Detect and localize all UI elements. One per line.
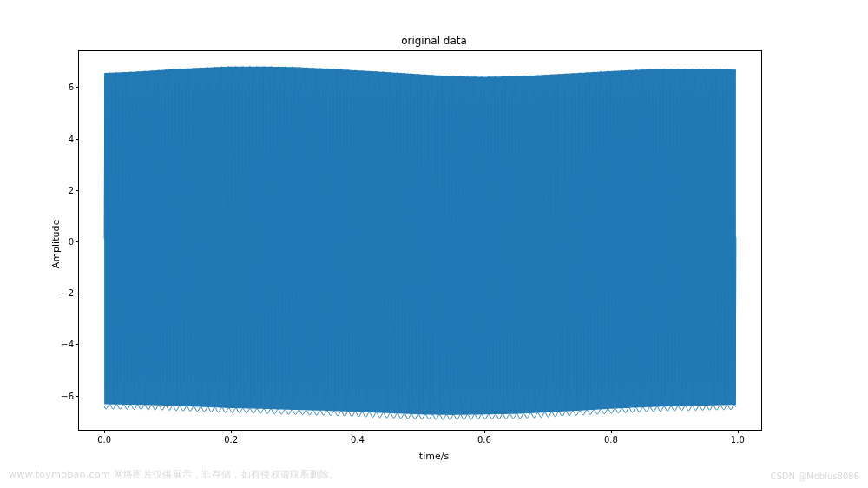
x-tick-mark xyxy=(358,430,358,433)
y-tick-label: 2 xyxy=(69,185,74,195)
x-tick-label: 0.4 xyxy=(351,435,365,445)
y-tick-label: −6 xyxy=(61,391,74,400)
x-tick-mark xyxy=(611,430,612,433)
y-tick-mark xyxy=(76,396,79,397)
plot-area: −6−4−20246 0.00.20.40.60.81.0 xyxy=(78,50,762,431)
watermark-left: www.toymoban.com 网络图片仅供展示，非存储，如有侵权请联系删除。 xyxy=(9,468,339,481)
y-tick-label: 0 xyxy=(69,237,74,247)
y-tick-mark xyxy=(76,344,79,345)
x-tick-label: 0.2 xyxy=(224,435,238,445)
y-tick-mark xyxy=(76,190,79,191)
y-tick-mark xyxy=(76,139,79,140)
y-tick-label: −2 xyxy=(61,288,74,298)
x-axis-label: time/s xyxy=(0,451,868,462)
y-tick-label: 4 xyxy=(69,134,74,143)
x-tick-mark xyxy=(738,430,739,433)
y-axis-label: Amplitude xyxy=(50,220,62,268)
x-tick-mark xyxy=(484,430,485,433)
x-tick-label: 0.0 xyxy=(97,435,111,445)
y-tick-mark xyxy=(76,293,79,293)
chart-canvas xyxy=(79,51,761,430)
x-tick-mark xyxy=(231,430,232,433)
chart-title: original data xyxy=(0,35,868,47)
x-tick-mark xyxy=(104,430,105,433)
x-tick-label: 1.0 xyxy=(731,435,745,445)
chart-figure: original data Amplitude −6−4−20246 0.00.… xyxy=(0,0,868,488)
watermark-right: CSDN @Mobius8086 xyxy=(770,472,859,481)
x-tick-label: 0.6 xyxy=(477,435,491,445)
y-tick-mark xyxy=(76,241,79,242)
x-tick-label: 0.8 xyxy=(604,435,618,445)
y-tick-label: 6 xyxy=(69,82,74,92)
y-tick-label: −4 xyxy=(61,340,74,349)
y-tick-mark xyxy=(76,87,79,88)
